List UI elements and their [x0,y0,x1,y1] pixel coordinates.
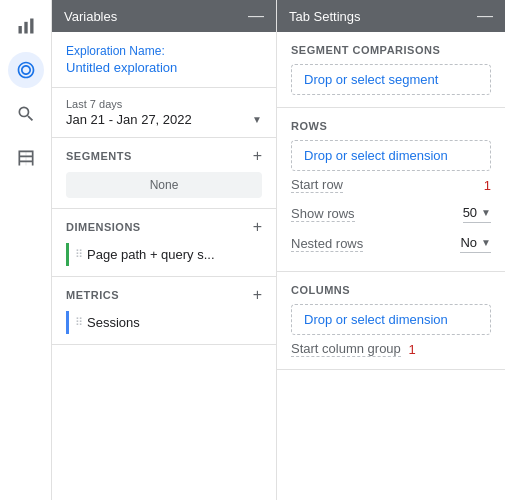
dimensions-title: DIMENSIONS [66,221,141,233]
segments-add-btn[interactable]: + [253,148,262,164]
metrics-section: METRICS + ⠿ Sessions [52,277,276,345]
columns-section: COLUMNS Drop or select dimension Start c… [277,272,505,370]
show-rows-row: Show rows 50 ▼ [291,199,491,229]
variables-panel: Variables — Exploration Name: Untitled e… [52,0,277,500]
segments-section: SEGMENTS + None [52,138,276,209]
metric-item-label: Sessions [87,315,140,330]
nested-rows-row: Nested rows No ▼ [291,229,491,259]
dimensions-title-row: DIMENSIONS + [66,219,262,235]
segments-title: SEGMENTS [66,150,132,162]
query-icon[interactable] [8,96,44,132]
tab-settings-title: Tab Settings [289,9,361,24]
metrics-title-row: METRICS + [66,287,262,303]
drop-dimension-row-btn[interactable]: Drop or select dimension [291,140,491,171]
metric-item[interactable]: ⠿ Sessions [66,311,262,334]
rows-title: ROWS [291,120,491,132]
show-rows-value: 50 [463,205,477,220]
variables-title: Variables [64,9,117,24]
dimensions-add-btn[interactable]: + [253,219,262,235]
nested-rows-label: Nested rows [291,236,363,252]
explore-icon[interactable] [8,52,44,88]
nested-rows-arrow: ▼ [481,237,491,248]
segment-comparisons-title: SEGMENT COMPARISONS [291,44,491,56]
metrics-title: METRICS [66,289,119,301]
dimension-item[interactable]: ⠿ Page path + query s... [66,243,262,266]
variables-panel-header: Variables — [52,0,276,32]
tab-settings-header: Tab Settings — [277,0,505,32]
segments-title-row: SEGMENTS + [66,148,262,164]
segments-none: None [66,172,262,198]
date-section[interactable]: Last 7 days Jan 21 - Jan 27, 2022 ▼ [52,88,276,138]
variables-minimize-btn[interactable]: — [248,8,264,24]
svg-rect-2 [30,19,33,34]
icon-sidebar [0,0,52,500]
svg-rect-1 [24,22,27,34]
dimensions-section: DIMENSIONS + ⠿ Page path + query s... [52,209,276,277]
main-content: Variables — Exploration Name: Untitled e… [52,0,505,500]
start-row-label: Start row [291,177,343,193]
date-dropdown-arrow: ▼ [252,114,262,125]
show-rows-arrow: ▼ [481,207,491,218]
start-row-value[interactable]: 1 [484,178,491,193]
show-rows-dropdown[interactable]: 50 ▼ [463,205,491,223]
tab-settings-minimize-btn[interactable]: — [477,8,493,24]
metrics-add-btn[interactable]: + [253,287,262,303]
rows-section: ROWS Drop or select dimension Start row … [277,108,505,272]
exploration-label: Exploration Name: [66,44,262,58]
segment-comparisons-section: SEGMENT COMPARISONS Drop or select segme… [277,32,505,108]
date-label: Last 7 days [66,98,262,110]
svg-rect-0 [18,26,21,34]
bar-chart-icon[interactable] [8,8,44,44]
drag-icon: ⠿ [75,248,83,261]
table-icon[interactable] [8,140,44,176]
show-rows-label: Show rows [291,206,355,222]
exploration-name-section: Exploration Name: Untitled exploration [52,32,276,88]
start-col-row: Start column group 1 [291,335,491,357]
date-range-text: Jan 21 - Jan 27, 2022 [66,112,192,127]
tab-settings-panel: Tab Settings — SEGMENT COMPARISONS Drop … [277,0,505,500]
drop-dimension-col-btn[interactable]: Drop or select dimension [291,304,491,335]
start-col-value[interactable]: 1 [408,342,415,357]
columns-title: COLUMNS [291,284,491,296]
drop-segment-btn[interactable]: Drop or select segment [291,64,491,95]
exploration-value[interactable]: Untitled exploration [66,60,262,75]
metric-drag-icon: ⠿ [75,316,83,329]
start-col-label: Start column group [291,341,401,357]
dimension-item-label: Page path + query s... [87,247,215,262]
start-row-row: Start row 1 [291,171,491,199]
nested-rows-value: No [460,235,477,250]
nested-rows-dropdown[interactable]: No ▼ [460,235,491,253]
date-range: Jan 21 - Jan 27, 2022 ▼ [66,112,262,127]
